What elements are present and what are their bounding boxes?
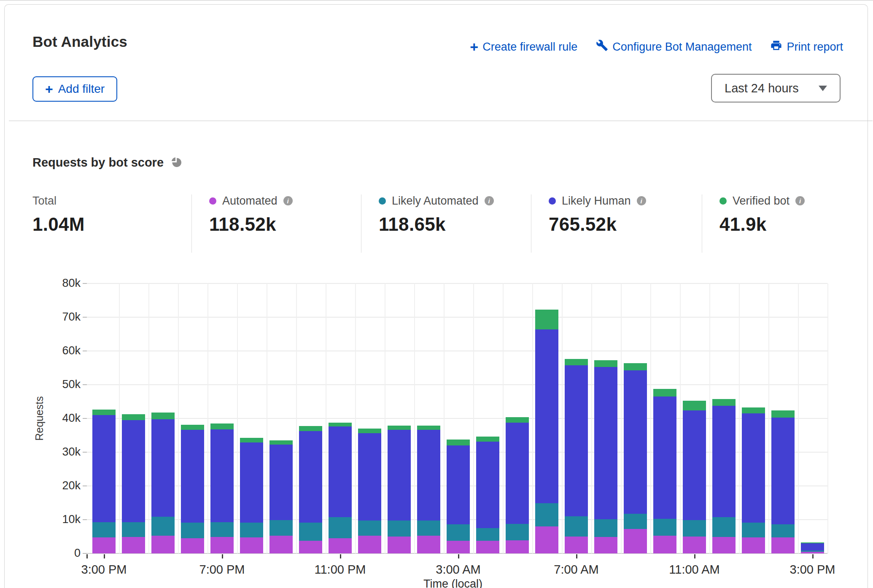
bar-segment-automated: [771, 537, 795, 553]
bar-segment-automated: [269, 536, 293, 553]
bar-segment-likely-automated: [476, 528, 499, 541]
v-gridline: [355, 283, 356, 553]
y-axis-tick: [83, 486, 87, 486]
y-axis-tick-label: 40k: [5, 412, 81, 425]
bar-segment-automated: [151, 536, 175, 553]
v-gridline: [473, 283, 474, 553]
bar-segment-automated: [535, 526, 558, 553]
bar-segment-verified-bot: [742, 407, 765, 413]
bar-segment-likely-automated: [801, 550, 824, 552]
x-axis-tick: [222, 554, 223, 558]
bar-segment-likely-human: [358, 433, 381, 520]
bar-segment-likely-human: [624, 370, 647, 514]
bar-segment-likely-human: [447, 445, 470, 524]
v-gridline: [798, 283, 799, 553]
x-axis-tick: [812, 554, 814, 558]
x-axis-title: Time (local): [385, 577, 520, 588]
y-axis-tick: [83, 519, 87, 520]
bar-segment-verified-bot: [771, 410, 795, 418]
h-gridline: [87, 283, 827, 284]
bar-segment-likely-human: [506, 423, 529, 524]
bar-segment-likely-human: [683, 410, 706, 520]
bar-segment-verified-bot: [506, 417, 529, 423]
bar-segment-likely-automated: [210, 522, 234, 537]
bar-segment-likely-automated: [771, 524, 795, 537]
bar-segment-automated: [329, 538, 352, 553]
bar-segment-automated: [594, 537, 617, 553]
y-axis-tick: [83, 418, 87, 419]
bar-segment-likely-human: [329, 426, 352, 517]
bar-segment-automated: [181, 538, 204, 553]
bar-segment-verified-bot: [624, 363, 647, 370]
bar-segment-verified-bot: [683, 401, 706, 410]
bar-segment-likely-human: [771, 418, 795, 524]
h-gridline: [87, 351, 827, 351]
v-gridline: [414, 283, 415, 553]
bar-segment-likely-human: [210, 429, 234, 522]
bar-segment-likely-automated: [388, 521, 411, 537]
bar-segment-likely-human: [801, 543, 824, 550]
bar-segment-automated: [712, 537, 736, 553]
bar-segment-likely-human: [476, 442, 499, 528]
v-gridline: [503, 283, 504, 553]
y-axis-tick-label: 10k: [5, 513, 81, 526]
v-gridline: [178, 283, 179, 553]
bar-segment-likely-automated: [417, 521, 440, 536]
bar-segment-automated: [742, 537, 765, 553]
y-axis-tick: [83, 553, 87, 554]
bar-segment-verified-bot: [653, 389, 676, 396]
bar-segment-verified-bot: [92, 410, 116, 415]
bar-segment-verified-bot: [181, 425, 204, 430]
bar-segment-automated: [653, 536, 676, 553]
v-gridline: [768, 283, 769, 553]
y-axis-tick-label: 80k: [5, 277, 81, 290]
bar-segment-automated: [506, 540, 529, 553]
y-axis-tick-label: 50k: [5, 378, 81, 391]
v-gridline: [444, 283, 445, 553]
v-gridline: [591, 283, 592, 553]
bar-segment-likely-automated: [329, 517, 352, 538]
x-axis-tick: [458, 554, 459, 558]
bar-segment-verified-bot: [210, 423, 234, 429]
bar-segment-likely-automated: [624, 514, 647, 529]
bar-segment-automated: [476, 541, 499, 553]
bar-segment-verified-bot: [388, 426, 411, 430]
v-gridline: [739, 283, 740, 553]
bar-segment-likely-human: [653, 396, 676, 519]
x-axis-tick-label: 3:00 PM: [766, 563, 859, 577]
x-axis-tick-label: 3:00 AM: [412, 563, 505, 577]
bar-segment-automated: [122, 537, 145, 553]
bar-segment-likely-automated: [269, 520, 293, 536]
bar-segment-verified-bot: [329, 423, 352, 427]
bar-segment-likely-automated: [535, 503, 558, 526]
bar-segment-automated: [417, 536, 440, 553]
bar-segment-likely-human: [299, 431, 322, 523]
requests-by-bot-score-chart: Requests Time (local) 010k20k30k40k50k60…: [5, 5, 873, 588]
bar-segment-verified-bot: [535, 310, 558, 329]
v-gridline: [237, 283, 238, 553]
bar-segment-likely-automated: [92, 522, 116, 537]
bar-segment-likely-human: [594, 367, 617, 520]
bar-segment-automated: [447, 541, 470, 553]
bar-segment-likely-automated: [181, 523, 204, 538]
bar-segment-likely-automated: [742, 523, 765, 537]
v-gridline: [621, 283, 622, 553]
v-gridline: [296, 283, 297, 553]
bot-analytics-card: Bot Analytics + Create firewall rule Con…: [4, 4, 868, 588]
bar-segment-automated: [683, 537, 706, 553]
x-axis-tick-label: 3:00 PM: [58, 563, 151, 577]
bar-segment-verified-bot: [240, 438, 263, 442]
bar-segment-likely-human: [269, 445, 293, 520]
bar-segment-likely-automated: [122, 522, 145, 537]
x-axis-tick: [86, 554, 88, 558]
x-axis-tick-label: 7:00 PM: [176, 563, 269, 577]
y-axis-tick: [83, 283, 87, 284]
v-gridline: [326, 283, 326, 553]
x-axis-tick: [576, 554, 577, 558]
v-gridline: [267, 283, 267, 553]
bar-segment-automated: [388, 537, 411, 553]
y-axis-tick: [83, 452, 87, 453]
v-gridline: [650, 283, 651, 553]
h-gridline: [87, 384, 827, 385]
bar-segment-automated: [624, 529, 647, 553]
